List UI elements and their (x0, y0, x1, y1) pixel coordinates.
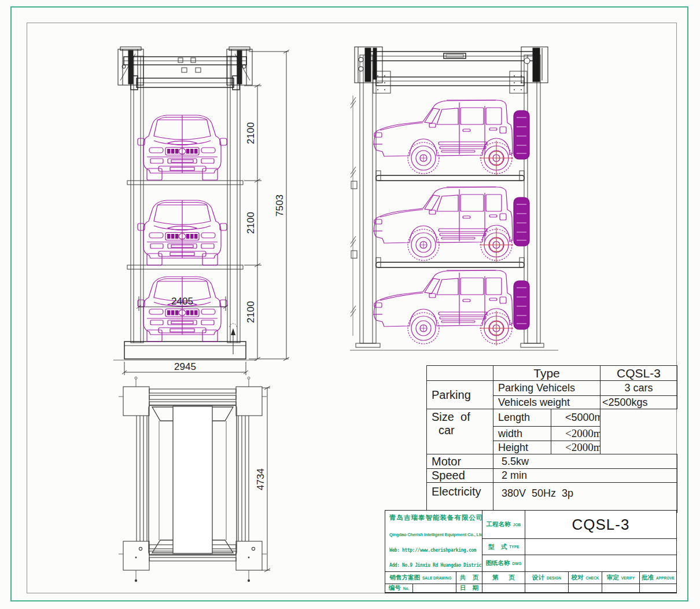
company-name-en: Qingdao Cherish Intelligent Equipment Co… (389, 532, 482, 537)
spec-table: Type CQSL-3 Parking Parking Vehicels 3 c… (426, 365, 677, 513)
car-side-level-3 (373, 270, 529, 346)
spec-width-value: <2000mm (551, 427, 600, 441)
lift-hook-arrow (230, 324, 237, 354)
dim-base-width: 2945 (174, 361, 196, 372)
page-no-cell: 第 页 (482, 572, 525, 584)
job-label-cn: 工程名称 (487, 520, 511, 529)
approve-cn: 批准 (642, 574, 654, 582)
car-side-level-2 (373, 187, 529, 262)
dim-level-2: 2100 (245, 212, 256, 234)
design-sign-cell (525, 584, 569, 593)
title-block: 青岛吉瑞泰智能装备有限公司 Qingdao Cherish Intelligen… (385, 510, 677, 593)
verify-cell: 审定 VERIFY (602, 572, 640, 584)
type-label-cell: 型 式 TYPE (482, 539, 525, 555)
car-front-level-2 (138, 200, 227, 265)
approve-en: APPROVE (656, 576, 675, 580)
number-value-cell (413, 584, 456, 593)
front-view-dimensions (122, 50, 289, 375)
number-label-cell: 编号 No. (385, 584, 413, 593)
spec-length-value: <5000mm (551, 409, 600, 427)
spec-speed-value: 2 min (493, 469, 677, 483)
job-label-cell: 工程名称 JOB (482, 511, 525, 539)
dim-plan-length: 4734 (255, 468, 266, 490)
page-no-cn: 第 页 (492, 574, 515, 582)
spec-vehicles-weight-label: Vehicels weight (493, 396, 600, 409)
front-view-structure (113, 47, 257, 360)
spec-size-label: Size ofcar (427, 409, 493, 454)
job-value-cell: CQSL-3 (525, 511, 677, 539)
type-label-cn: 型 式 (488, 543, 507, 551)
date-label-cell: 日 期 (456, 584, 482, 593)
company-name-cn: 青岛吉瑞泰智能装备有限公司 (389, 513, 482, 522)
design-en: DESIGN (547, 576, 561, 580)
number-cn: 编号 (389, 584, 401, 592)
hoist-block-right (227, 47, 252, 85)
verify-en: VERIFY (621, 576, 635, 580)
job-label-en: JOB (513, 523, 521, 527)
company-info-cell: 青岛吉瑞泰智能装备有限公司 Qingdao Cherish Intelligen… (385, 511, 482, 572)
plan-view-drawing: 4734 (113, 373, 286, 590)
pages-total-cn: 共 页 (460, 574, 479, 582)
spec-parking-vehicles-value: 3 cars (600, 381, 677, 396)
check-sign-cell (569, 584, 602, 593)
dwg-value-cell (525, 555, 677, 572)
spec-parking-vehicles-label: Parking Vehicels (493, 381, 600, 396)
date-value-cell (482, 584, 525, 593)
dim-car-width: 2405 (171, 296, 193, 307)
sale-drawing-en: SALE DRAWING (422, 576, 452, 580)
design-cell: 设计 DESIGN (525, 572, 569, 584)
spec-empty-cell (427, 366, 493, 381)
spec-width-label: width (493, 427, 551, 441)
company-address: Add: No.9 Jinxiu Rd Huangdao District (389, 563, 482, 568)
dwg-label-en: DWG (513, 562, 522, 566)
car-front-level-3 (138, 277, 227, 342)
spec-motor-label: Motor (427, 454, 493, 469)
spec-type-value: CQSL-3 (600, 366, 677, 381)
spec-speed-label: Speed (427, 469, 493, 483)
spec-vehicles-weight-value: <2500kgs (600, 396, 677, 409)
dwg-label-cn: 图纸名称 (486, 559, 510, 567)
front-view-drawing: 2100 2100 2100 7503 2405 2945 (110, 43, 295, 376)
check-cell: 校对 CHECK (569, 572, 602, 584)
approve-sign-cell (640, 584, 677, 593)
dim-level-1: 2100 (245, 122, 256, 144)
company-web: Web: http://www.cherishparking.com (389, 548, 476, 553)
check-cn: 校对 (571, 574, 583, 582)
spec-motor-value: 5.5kw (493, 454, 677, 469)
spec-length-label: Length (493, 409, 551, 427)
dim-level-3: 2100 (245, 301, 256, 323)
pages-total-cell: 共 页 (456, 572, 482, 584)
spec-type-label: Type (493, 366, 600, 381)
verify-cn: 审定 (607, 574, 619, 582)
hoist-block-left (118, 47, 143, 85)
spec-height-value: <2000mm (551, 441, 600, 454)
dim-total-height: 7503 (274, 195, 285, 217)
approve-cell: 批准 APPROVE (640, 572, 677, 584)
sale-drawing-cell: 销售方案图 SALE DRAWING (385, 572, 456, 584)
type-value-cell (525, 539, 677, 555)
hoist-block-right (521, 47, 548, 83)
check-en: CHECK (585, 576, 599, 580)
verify-sign-cell (602, 584, 640, 593)
car-side-level-1 (373, 100, 529, 175)
plan-view-structure (119, 377, 267, 582)
spec-parking-label: Parking (427, 381, 493, 409)
car-front-level-1 (138, 115, 227, 180)
dwg-label-cell: 图纸名称 DWG (482, 555, 525, 572)
design-cn: 设计 (532, 574, 544, 582)
side-view-drawing (350, 43, 567, 356)
spec-electricity-label: Electricity (427, 483, 493, 513)
drawing-sheet: 2100 2100 2100 7503 2405 2945 (0, 0, 700, 609)
spec-height-label: Height (493, 441, 551, 454)
type-label-en: TYPE (509, 545, 519, 549)
spec-electricity-value: 380V 50Hz 3p (493, 483, 677, 513)
date-cn: 日 期 (460, 584, 479, 592)
number-en: No. (403, 586, 409, 590)
sale-drawing-cn: 销售方案图 (389, 574, 420, 582)
